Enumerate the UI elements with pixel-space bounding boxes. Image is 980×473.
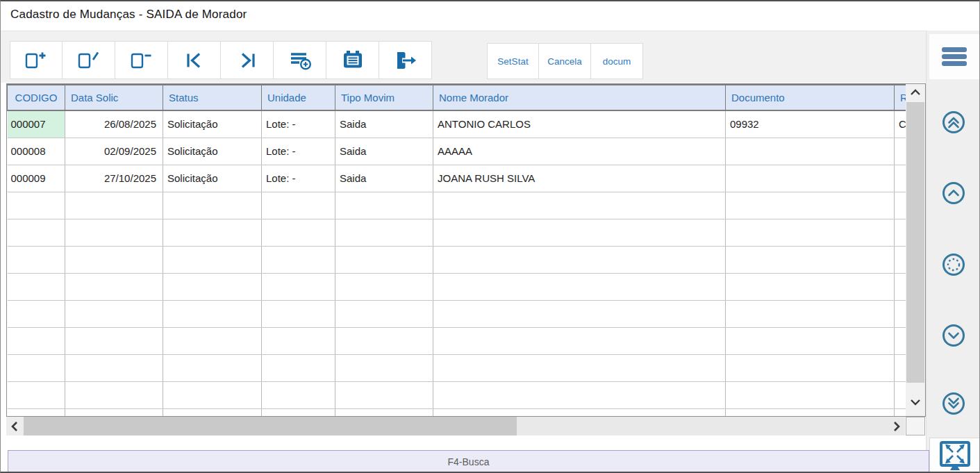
- empty-cell[interactable]: [726, 354, 895, 381]
- docum-button[interactable]: docum: [591, 43, 643, 79]
- empty-cell[interactable]: [262, 381, 335, 408]
- empty-cell[interactable]: [433, 381, 726, 408]
- empty-cell[interactable]: [65, 219, 163, 246]
- empty-cell[interactable]: [895, 327, 906, 354]
- empty-cell[interactable]: [65, 273, 163, 300]
- scroll-left-button[interactable]: [6, 417, 23, 435]
- cell-tipo-movim[interactable]: Saida: [335, 138, 433, 165]
- empty-cell[interactable]: [262, 246, 335, 273]
- empty-cell[interactable]: [163, 381, 262, 408]
- empty-cell[interactable]: [163, 354, 262, 381]
- empty-cell[interactable]: [335, 192, 433, 219]
- empty-cell[interactable]: [726, 327, 895, 354]
- column-header-codigo[interactable]: CODIGO: [8, 85, 65, 110]
- cell-codigo[interactable]: 000008: [8, 138, 65, 165]
- cell-documento[interactable]: [726, 165, 895, 192]
- empty-cell[interactable]: [895, 273, 906, 300]
- column-header-status[interactable]: Status: [163, 85, 262, 110]
- cell-codigo[interactable]: 000007: [8, 110, 65, 138]
- empty-cell[interactable]: [163, 246, 262, 273]
- cell-codigo[interactable]: 000009: [8, 165, 65, 192]
- cell-unidade[interactable]: Lote: -: [262, 165, 335, 192]
- empty-cell[interactable]: [262, 354, 335, 381]
- empty-cell[interactable]: [335, 300, 433, 327]
- empty-cell[interactable]: [433, 300, 726, 327]
- empty-cell[interactable]: [8, 219, 65, 246]
- menu-button[interactable]: [929, 34, 979, 79]
- nav-prev-button[interactable]: [940, 180, 967, 206]
- cell-r[interactable]: [895, 165, 906, 192]
- scroll-up-button[interactable]: [906, 84, 925, 101]
- empty-cell[interactable]: [726, 273, 895, 300]
- cell-data-solic[interactable]: 02/09/2025: [65, 138, 163, 165]
- empty-cell[interactable]: [163, 273, 262, 300]
- empty-cell[interactable]: [335, 246, 433, 273]
- empty-cell[interactable]: [433, 354, 726, 381]
- nav-next-button[interactable]: [940, 322, 967, 349]
- empty-cell[interactable]: [433, 273, 726, 300]
- cell-nome-morador[interactable]: ANTONIO CARLOS: [433, 110, 726, 138]
- empty-cell[interactable]: [65, 327, 163, 354]
- column-header-documento[interactable]: Documento: [726, 85, 895, 110]
- exit-button[interactable]: [379, 41, 432, 79]
- cell-nome-morador[interactable]: JOANA RUSH SILVA: [433, 165, 726, 192]
- empty-cell[interactable]: [262, 327, 335, 354]
- empty-cell[interactable]: [65, 354, 163, 381]
- column-header-r[interactable]: R: [895, 85, 906, 110]
- empty-cell[interactable]: [335, 381, 433, 408]
- empty-cell[interactable]: [335, 219, 433, 246]
- cell-status[interactable]: Solicitação: [163, 138, 262, 165]
- column-header-nome-morador[interactable]: Nome Morador: [433, 85, 726, 110]
- delete-record-button[interactable]: [115, 41, 168, 79]
- empty-cell[interactable]: [895, 219, 906, 246]
- vertical-scrollbar[interactable]: [906, 84, 925, 416]
- empty-cell[interactable]: [8, 354, 65, 381]
- cell-documento[interactable]: 09932: [726, 110, 895, 138]
- empty-cell[interactable]: [8, 246, 65, 273]
- empty-cell[interactable]: [8, 381, 65, 408]
- empty-cell[interactable]: [163, 192, 262, 219]
- cell-unidade[interactable]: Lote: -: [262, 110, 335, 138]
- cell-r[interactable]: C: [895, 110, 906, 138]
- cell-data-solic[interactable]: 26/08/2025: [65, 110, 163, 138]
- empty-cell[interactable]: [895, 246, 906, 273]
- empty-cell[interactable]: [163, 300, 262, 327]
- cell-status[interactable]: Solicitação: [163, 110, 262, 138]
- empty-cell[interactable]: [163, 219, 262, 246]
- print-button[interactable]: [326, 41, 379, 79]
- empty-cell[interactable]: [65, 381, 163, 408]
- empty-cell[interactable]: [433, 246, 726, 273]
- empty-cell[interactable]: [726, 246, 895, 273]
- cell-tipo-movim[interactable]: Saida: [335, 165, 433, 192]
- column-header-data-solic[interactable]: Data Solic: [65, 85, 163, 110]
- empty-cell[interactable]: [262, 300, 335, 327]
- empty-cell[interactable]: [726, 219, 895, 246]
- cell-unidade[interactable]: Lote: -: [262, 138, 335, 165]
- cell-data-solic[interactable]: 27/10/2025: [65, 165, 163, 192]
- scroll-down-button[interactable]: [906, 394, 925, 410]
- new-record-button[interactable]: [10, 41, 63, 79]
- setstat-button[interactable]: SetStat: [487, 43, 539, 79]
- empty-cell[interactable]: [65, 192, 163, 219]
- empty-cell[interactable]: [163, 408, 262, 416]
- empty-cell[interactable]: [8, 408, 65, 416]
- empty-cell[interactable]: [895, 300, 906, 327]
- edit-record-button[interactable]: [63, 41, 115, 79]
- expand-button[interactable]: [929, 438, 979, 473]
- vertical-scrollbar-thumb[interactable]: [906, 102, 924, 383]
- last-record-button[interactable]: [221, 41, 274, 79]
- empty-cell[interactable]: [433, 219, 726, 246]
- cell-documento[interactable]: [726, 138, 895, 165]
- empty-cell[interactable]: [335, 273, 433, 300]
- empty-cell[interactable]: [262, 192, 335, 219]
- empty-cell[interactable]: [335, 327, 433, 354]
- empty-cell[interactable]: [8, 300, 65, 327]
- cell-status[interactable]: Solicitação: [163, 165, 262, 192]
- empty-cell[interactable]: [895, 381, 906, 408]
- empty-cell[interactable]: [726, 381, 895, 408]
- empty-cell[interactable]: [433, 192, 726, 219]
- nav-first-button[interactable]: [940, 109, 967, 135]
- empty-cell[interactable]: [262, 408, 335, 416]
- insert-detail-button[interactable]: [274, 41, 326, 79]
- empty-cell[interactable]: [335, 354, 433, 381]
